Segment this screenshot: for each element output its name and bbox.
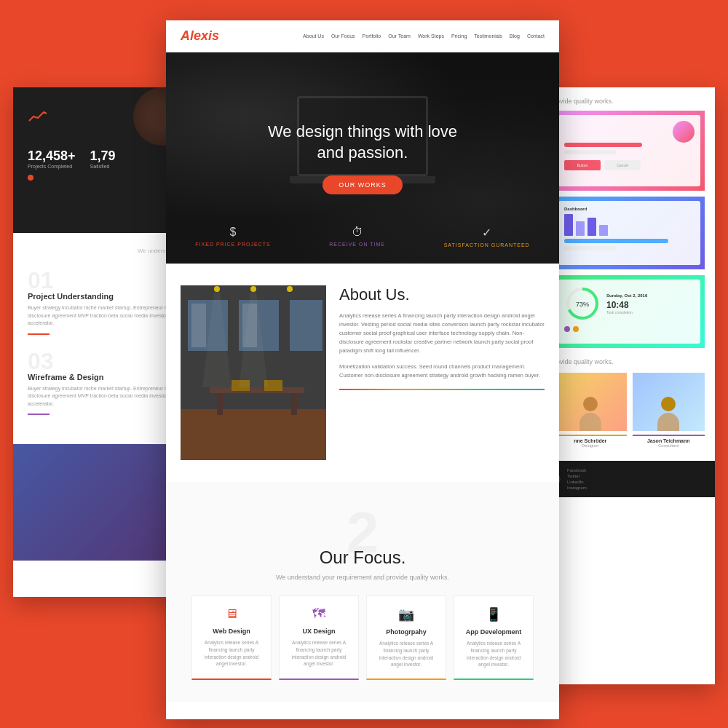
- nav-about[interactable]: About Us: [303, 33, 324, 39]
- svg-rect-10: [291, 393, 297, 415]
- office-illustration: [181, 285, 326, 460]
- nav-worksteps[interactable]: Work Steps: [418, 33, 444, 39]
- left-white-section: We understand 01 Project Understanding B…: [13, 233, 191, 444]
- team-card-2: Jason Teichmann Consultant: [633, 373, 705, 451]
- focus-card-photography: 📷 Photogrpahy Analytics release series A…: [366, 596, 446, 680]
- body-2: [657, 413, 679, 431]
- right-top-text: rovide quality works.: [544, 87, 715, 111]
- nav-blog[interactable]: Blog: [510, 33, 520, 39]
- clock-icon: ⏱: [329, 226, 385, 239]
- team-role-2: Consultant: [633, 443, 705, 448]
- svg-rect-2: [181, 409, 326, 460]
- clock-label-1: Sunday, Oct 2, 2016: [606, 293, 647, 298]
- svg-point-15: [287, 286, 293, 292]
- nav-links: About Us Our Focus Portfolio Our Team Wo…: [303, 33, 545, 39]
- nav-focus[interactable]: Our Focus: [331, 33, 355, 39]
- dollar-icon: $: [195, 226, 270, 239]
- left-we-understand: We understand: [28, 248, 177, 254]
- dot-purple: [564, 326, 570, 332]
- nav-team[interactable]: Our Team: [388, 33, 411, 39]
- nav-contact[interactable]: Contact: [527, 33, 545, 39]
- bar-1: [564, 214, 573, 236]
- focus-subtitle: We understand your requirement and provi…: [181, 574, 545, 581]
- appdev-desc: Analytics release series A financing lau…: [460, 640, 527, 668]
- photography-desc: Analytics release series A financing lau…: [373, 640, 440, 668]
- team-cards: nne Schröder Designer Jason Teichmann Co…: [554, 373, 705, 451]
- checkmark-icon: ✓: [444, 226, 530, 240]
- uxdesign-title: UX Design: [285, 628, 352, 635]
- mock-ui-2: Dashboard: [558, 201, 700, 265]
- hero-feature-2: ⏱ RECEIVE ON TIME: [329, 226, 385, 248]
- clock-time: 10:48: [606, 300, 647, 310]
- team-photo-2: [633, 373, 705, 431]
- right-share: ⟨⟩ Facebook Twitter LinkedIn Instagram: [554, 468, 705, 490]
- nav-portfolio[interactable]: Portfolio: [363, 33, 381, 39]
- webdesign-desc: Analytics release series A financing lau…: [198, 639, 265, 668]
- social-facebook[interactable]: Facebook: [567, 468, 587, 472]
- team-divider-2: [633, 435, 705, 436]
- color-dots: [564, 326, 695, 332]
- right-bottom-section: rovide quality works. nne Schröder Desig…: [544, 348, 715, 461]
- male-silhouette: [657, 397, 679, 431]
- clock-chart: 73%: [564, 285, 601, 322]
- bar-2: [576, 221, 585, 236]
- nav-logo[interactable]: Alexis: [181, 28, 219, 44]
- main-website: Alexis About Us Our Focus Portfolio Our …: [166, 20, 559, 719]
- left-dark-section: 12,458+ Projects Completed 1,79 Satisfie…: [13, 87, 191, 233]
- trend-chart-icon: [28, 109, 48, 124]
- mock-bar-blue: [564, 239, 668, 243]
- about-image-inner: [181, 285, 326, 460]
- left-bottom-overlay: [13, 444, 191, 561]
- left-panel: 12,458+ Projects Completed 1,79 Satisfie…: [13, 87, 191, 597]
- right-bottom-title: rovide quality works.: [554, 358, 705, 365]
- right-card-wrapper-1: Button Cancel: [554, 111, 705, 191]
- mock-btn-pink: Button: [564, 160, 601, 170]
- stat-projects: 12,458+ Projects Completed: [28, 149, 76, 169]
- team-name-2: Jason Teichmann: [633, 438, 705, 443]
- clock-subtitle: Task completion: [606, 310, 647, 314]
- feature-1-label: FIXED PRICE PROJECTS: [195, 242, 270, 247]
- step-1-number: 01: [28, 269, 177, 292]
- right-card-3-wrapper: 73% Sunday, Oct 2, 2016 10:48 Task compl…: [544, 275, 715, 348]
- svg-rect-5: [290, 300, 323, 351]
- hero-feature-3: ✓ SATISFACTION GURANTEED: [444, 226, 530, 248]
- focus-card-appdev: 📱 App Development Analytics release seri…: [454, 596, 534, 680]
- bar-4: [599, 225, 608, 236]
- left-bottom-image: [13, 444, 191, 561]
- hero-feature-1: $ FIXED PRICE PROJECTS: [195, 226, 270, 248]
- red-indicator-dot: [28, 175, 33, 181]
- webdesign-title: Web Design: [198, 628, 265, 635]
- nav-testimonials[interactable]: Testimonials: [474, 33, 502, 39]
- step-3-number: 03: [28, 349, 177, 373]
- team-photo-1: [554, 373, 627, 431]
- right-cards: Button Cancel: [544, 111, 715, 191]
- svg-rect-6: [191, 304, 206, 347]
- clock-labels: Sunday, Oct 2, 2016 10:48 Task completio…: [606, 293, 647, 314]
- step-3-title: Wireframe & Design: [28, 373, 177, 381]
- bar-3: [587, 218, 596, 236]
- feature-2-label: RECEIVE ON TIME: [329, 242, 385, 247]
- about-divider: [339, 389, 545, 390]
- hero-cta-button[interactable]: OUR WORKS: [323, 175, 403, 194]
- right-card-2: Dashboard: [554, 197, 705, 269]
- social-linkedin[interactable]: LinkedIn: [567, 480, 587, 484]
- social-instagram[interactable]: Instagram: [567, 486, 587, 490]
- satisfied-label: Satisfied: [90, 164, 116, 169]
- nav-pricing[interactable]: Pricing: [451, 33, 467, 39]
- about-section: About Us. Analytics release series A fin…: [166, 264, 559, 482]
- projects-number: 12,458+: [28, 149, 76, 164]
- right-card-3: 73% Sunday, Oct 2, 2016 10:48 Task compl…: [554, 275, 705, 348]
- step-3: 03 Wireframe & Design Buyer strategy inc…: [28, 349, 177, 416]
- photography-title: Photogrpahy: [373, 628, 440, 636]
- social-twitter[interactable]: Twitter: [567, 474, 587, 478]
- webdesign-icon: 🖥: [198, 606, 265, 622]
- appdev-title: App Development: [460, 628, 527, 636]
- svg-text:73%: 73%: [576, 301, 589, 308]
- uxdesign-desc: Analytics release series A financing lau…: [285, 639, 352, 668]
- uxdesign-icon: 🗺: [285, 606, 352, 622]
- stat-satisfied: 1,79 Satisfied: [90, 149, 116, 169]
- mock-ui-1: Button Cancel: [558, 115, 700, 186]
- focus-cards: 🖥 Web Design Analytics release series A …: [181, 596, 545, 680]
- step-1-desc: Buyer strategy incubator niche market st…: [28, 304, 177, 328]
- focus-section: 2 Our Focus. We understand your requirem…: [166, 482, 559, 702]
